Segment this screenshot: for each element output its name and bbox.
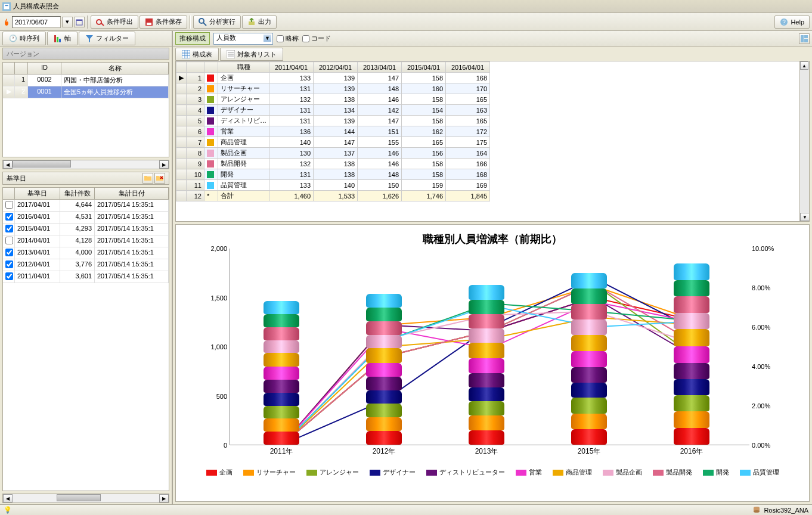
kijun-hscroll[interactable]: ◀ ▶	[2, 494, 169, 503]
kijun-checkbox[interactable]	[5, 237, 13, 244]
kijun-label: 基準日	[7, 174, 26, 183]
list-icon	[227, 50, 235, 58]
table-total-row: 12*合計1,4601,5331,6261,7461,845	[176, 191, 490, 201]
recall-icon	[96, 18, 104, 26]
svg-rect-14	[59, 39, 61, 42]
kijun-checkbox[interactable]	[5, 272, 13, 280]
col-name[interactable]: 名称	[61, 63, 169, 74]
save-icon	[145, 18, 153, 26]
layout-button[interactable]	[799, 33, 810, 44]
legend-item: 商品管理	[553, 468, 592, 477]
legend-item: リサーチャー	[243, 468, 296, 477]
toolbar: ▾ 条件呼出 条件保存 分析実行 出力 ?Help	[0, 13, 812, 31]
col-agg-date[interactable]: 集計日付	[95, 188, 169, 199]
kijun-row[interactable]: 2013/04/014,0002017/05/14 15:35:1	[3, 247, 169, 259]
cond-recall-button[interactable]: 条件呼出	[91, 15, 138, 29]
date-input[interactable]	[12, 16, 61, 28]
x-label: 2011年	[258, 446, 305, 457]
version-header: バージョン	[2, 48, 169, 60]
kijun-row[interactable]: 2015/04/014,2932017/05/14 15:35:1	[3, 224, 169, 235]
svg-rect-17	[804, 39, 808, 42]
count-mode-dropdown[interactable]: 人員数	[213, 33, 273, 45]
analyze-button[interactable]: 分析実行	[193, 15, 241, 29]
svg-rect-13	[57, 37, 58, 42]
table-row[interactable]: 11品質管理133140150159169	[176, 180, 490, 191]
delete-folder-button[interactable]	[154, 173, 165, 184]
bar-2011年	[264, 301, 299, 445]
scroll-left-button[interactable]: ◀	[3, 494, 13, 502]
chk-abbrev[interactable]: 略称	[277, 34, 299, 43]
table-row[interactable]: 6営業136144151162172	[176, 126, 490, 137]
open-folder-button[interactable]	[142, 173, 153, 184]
tab-filter[interactable]: フィルター	[79, 32, 135, 45]
table-row[interactable]: 4デザイナー131134142154163	[176, 105, 490, 116]
svg-rect-15	[801, 35, 804, 42]
legend-item: アレンジャー	[306, 468, 359, 477]
col-kijun-date[interactable]: 基準日	[15, 188, 60, 199]
col-count[interactable]: 集計件数	[60, 188, 95, 199]
kijun-checkbox[interactable]	[5, 213, 13, 221]
version-grid: ID 名称 10002四国・中部店舗分析▶20001全国5ヵ年人員推移分析	[2, 62, 169, 157]
funnel-icon	[85, 35, 94, 43]
table-row[interactable]: 5ディストリビ…131139147158165	[176, 116, 490, 126]
output-button[interactable]: 出力	[242, 15, 277, 29]
chk-code[interactable]: コード	[302, 34, 331, 43]
table-row[interactable]: 10開発131138148158168	[176, 169, 490, 180]
data-table[interactable]: 職種2011/04/012012/04/012013/04/012015/04/…	[175, 61, 810, 222]
statusbar: 💡 Rosic392_ANA	[0, 504, 812, 515]
x-label: 2012年	[360, 446, 408, 457]
kijun-grid: 基準日 集計件数 集計日付 2017/04/014,6442017/05/14 …	[2, 187, 169, 491]
table-row[interactable]: ▶1企画133139147158168	[176, 73, 490, 83]
table-vscroll[interactable]: ▲ ▼	[799, 61, 809, 221]
table-row[interactable]: 3アレンジャー132138146158165	[176, 94, 490, 105]
kijun-row[interactable]: 2014/04/014,1282017/05/14 15:35:1	[3, 235, 169, 247]
table-row[interactable]: 2リサーチャー131139148160170	[176, 83, 490, 94]
kijun-row[interactable]: 2012/04/013,7762017/05/14 15:35:1	[3, 259, 169, 271]
grid-icon	[182, 50, 190, 58]
scroll-left-button[interactable]: ◀	[3, 160, 13, 169]
tab-target-list[interactable]: 対象者リスト	[220, 48, 283, 61]
svg-rect-18	[182, 50, 190, 58]
clock-icon: 🕐	[9, 35, 17, 43]
db-icon	[753, 506, 761, 514]
table-row[interactable]: 8製品企画130137146156164	[176, 148, 490, 159]
bar-2013年	[469, 285, 504, 445]
version-row[interactable]: ▶20001全国5ヵ年人員推移分析	[3, 86, 169, 98]
legend-item: 品質管理	[740, 468, 779, 477]
left-tabs: 🕐時序列 軸 フィルター	[0, 31, 172, 46]
status-text: Rosic392_ANA	[764, 507, 808, 514]
bar-2015年	[571, 273, 607, 445]
kijun-row[interactable]: 2017/04/014,6442017/05/14 15:35:1	[3, 200, 169, 212]
cond-save-button[interactable]: 条件保存	[140, 15, 187, 29]
version-hscroll[interactable]: ◀ ▶	[2, 160, 169, 169]
right-bar-label: 推移構成	[175, 32, 210, 45]
table-row[interactable]: 9製品開発132138146158166	[176, 159, 490, 169]
kijun-checkbox[interactable]	[5, 225, 13, 232]
tab-time-series[interactable]: 🕐時序列	[2, 32, 46, 45]
tab-axis[interactable]: 軸	[47, 32, 78, 45]
svg-rect-1	[4, 4, 10, 9]
scroll-right-button[interactable]: ▶	[159, 160, 169, 169]
col-id[interactable]: ID	[28, 63, 61, 74]
tab-composition[interactable]: 構成表	[175, 48, 219, 61]
kijun-checkbox[interactable]	[5, 249, 13, 256]
export-icon	[247, 18, 256, 26]
scroll-right-button[interactable]: ▶	[159, 494, 169, 502]
kijun-row[interactable]: 2016/04/014,5312017/05/14 15:35:1	[3, 212, 169, 224]
calendar-button[interactable]	[74, 17, 85, 27]
table-row[interactable]: 7商品管理140147155165175	[176, 137, 490, 148]
x-label: 2015年	[565, 446, 613, 457]
version-row[interactable]: 10002四国・中部店舗分析	[3, 75, 169, 86]
bar-2016年	[674, 263, 709, 445]
chart-title: 職種別人員増減率（前期比）	[176, 225, 809, 249]
help-button[interactable]: ?Help	[774, 15, 810, 29]
legend-item: 製品企画	[603, 468, 642, 477]
legend-item: ディストリビューター	[426, 468, 505, 477]
chart-area: 職種別人員増減率（前期比） 05001,0001,5002,000 0.00%2…	[175, 224, 810, 502]
svg-point-8	[199, 18, 204, 23]
axis-icon	[54, 35, 62, 43]
date-dropdown-button[interactable]: ▾	[62, 17, 73, 27]
kijun-row[interactable]: 2011/04/013,6012017/05/14 15:35:1	[3, 271, 169, 283]
kijun-checkbox[interactable]	[5, 201, 13, 209]
kijun-checkbox[interactable]	[5, 260, 13, 268]
